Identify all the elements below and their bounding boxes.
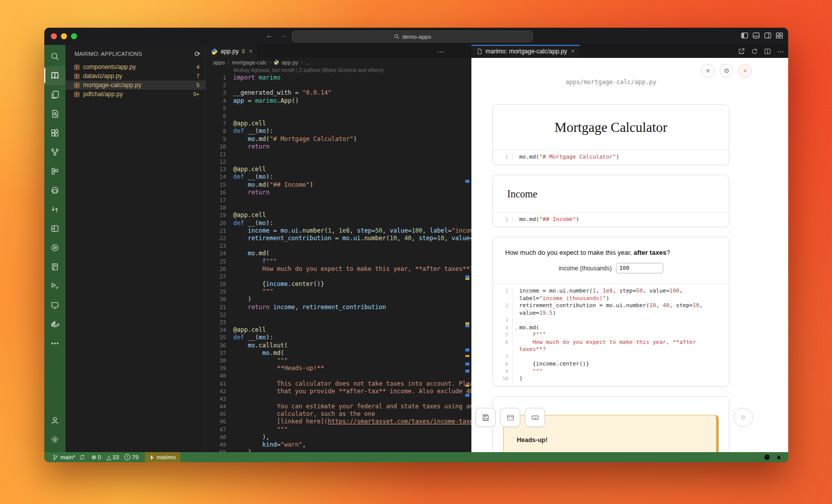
code-line[interactable]: 6 — [206, 112, 471, 120]
tab-marimo-webview[interactable]: marimo: mortgage-calc/app.py × — [471, 45, 580, 58]
problems-status[interactable]: ⊗0 △33 i79 — [88, 452, 145, 462]
code-line[interactable]: 1import marimo — [206, 74, 471, 82]
code-line[interactable]: 9 mo.md("# Mortgage Calculator") — [206, 135, 471, 143]
code-line[interactable]: 46 [linked here](https://smartasset.com/… — [206, 418, 471, 425]
gear-icon[interactable]: ⚙ — [720, 64, 733, 78]
panel-bottom-icon[interactable] — [752, 32, 760, 39]
code-line[interactable]: 14def __(mo): — [206, 173, 471, 181]
code-line[interactable]: 39 **Heads-up!** — [206, 365, 471, 372]
code-line[interactable]: 35def __(mo): — [206, 334, 471, 341]
fold-chevron-icon[interactable]: ⌄ — [513, 324, 519, 332]
code-line[interactable]: 45 calculator, such as the one — [206, 410, 471, 418]
panel-right-icon[interactable] — [764, 32, 772, 39]
keyboard-icon[interactable] — [525, 408, 545, 427]
tab-close-icon[interactable]: × — [249, 48, 252, 55]
refresh-icon[interactable]: ⟳ — [194, 50, 200, 58]
blocks-icon[interactable] — [44, 162, 65, 181]
run-icon[interactable] — [734, 408, 753, 427]
code-line[interactable]: 40 — [206, 372, 471, 380]
code-line[interactable]: 16 return — [206, 189, 471, 196]
cell-code-block[interactable]: 1mo.md("## Income") — [493, 212, 729, 227]
code-line[interactable]: 3__generated_with = "0.0.14" — [206, 89, 471, 97]
code-line[interactable]: 42 that you provide **after-tax** income… — [206, 388, 471, 395]
sidebar-file-pdfchat-app-py[interactable]: pdfchat/app.py9+ — [65, 90, 205, 99]
code-line[interactable]: 2 — [206, 82, 471, 89]
account-icon[interactable] — [44, 411, 65, 430]
reload-icon[interactable] — [751, 48, 758, 55]
more-actions-icon[interactable]: ⋯ — [437, 47, 444, 55]
code-line[interactable]: 25 f""" — [206, 258, 471, 265]
code-line[interactable]: 26 How much do you expect to make this y… — [206, 265, 471, 273]
code-line[interactable]: 50 ) — [206, 449, 471, 452]
maximize-window-button[interactable] — [71, 33, 77, 39]
panel-left-icon[interactable] — [741, 32, 748, 39]
code-line[interactable]: 48 ), — [206, 434, 471, 441]
search-icon[interactable] — [44, 47, 65, 66]
sidebar-file-mortgage-calc-app-py[interactable]: mortgage-calc/app.py5 — [65, 81, 205, 90]
code-line[interactable]: 11 — [206, 151, 471, 158]
more-actions-icon[interactable]: ⋯ — [777, 47, 784, 55]
code-line[interactable]: 8def __(mo): — [206, 127, 471, 135]
code-line[interactable]: 7@app.cell — [206, 120, 471, 127]
code-line[interactable]: 27 — [206, 273, 471, 280]
code-line[interactable]: 47 """ — [206, 426, 471, 434]
code-line[interactable]: 4app = marimo.App() — [206, 97, 471, 105]
code-line[interactable]: 38 """ — [206, 357, 471, 365]
income-input[interactable] — [616, 263, 663, 273]
layout-icon[interactable] — [44, 219, 65, 238]
code-line[interactable]: 10 return — [206, 143, 471, 151]
code-line[interactable]: 31 return income, retirement_contributio… — [206, 304, 471, 311]
code-line[interactable]: 32 — [206, 311, 471, 319]
close-icon[interactable]: × — [738, 64, 752, 78]
feedback-smiley-icon[interactable] — [764, 454, 771, 461]
code-line[interactable]: 29 """ — [206, 288, 471, 296]
code-line[interactable]: 15 mo.md("## Income") — [206, 181, 471, 189]
code-line[interactable]: 33 — [206, 319, 471, 326]
compare-icon[interactable] — [44, 200, 65, 219]
pages-icon[interactable] — [44, 85, 65, 104]
cell-code-block[interactable]: 1mo.md("# Mortgage Calculator") — [493, 150, 729, 165]
code-line[interactable]: 12 — [206, 158, 471, 166]
git-branch-status[interactable]: main* — [49, 452, 88, 462]
github-icon[interactable] — [44, 181, 65, 200]
sidebar-file-dataviz-app-py[interactable]: dataviz/app.py7 — [65, 71, 205, 81]
code-line[interactable]: 28 {income.center()} — [206, 280, 471, 288]
code-editor[interactable]: Akshay Agrawal, last month | 2 authors (… — [206, 66, 471, 452]
code-line[interactable]: 17 — [206, 196, 471, 204]
tab-app-py[interactable]: app.py 5 × — [206, 45, 258, 58]
cell-code-block[interactable]: 1income = mo.ui.number(1, 1e8, step=50, … — [493, 283, 729, 386]
bell-icon[interactable] — [776, 454, 782, 461]
extensions-icon[interactable] — [44, 123, 65, 142]
docker-icon[interactable] — [44, 315, 65, 334]
code-line[interactable]: 20def __(mo): — [206, 220, 471, 227]
code-line[interactable]: 24 mo.md( — [206, 250, 471, 257]
minimize-window-button[interactable] — [61, 33, 67, 39]
customize-layout-icon[interactable] — [776, 32, 783, 39]
breadcrumb-file[interactable]: app.py — [282, 59, 298, 65]
save-icon[interactable] — [475, 408, 496, 427]
forward-button[interactable]: → — [280, 31, 287, 39]
marimo-extension-status[interactable]: marimo — [145, 452, 180, 462]
close-window-button[interactable] — [51, 33, 57, 39]
code-line[interactable]: 37 mo.md( — [206, 349, 471, 357]
code-line[interactable]: 22 retirement_contribution = mo.ui.numbe… — [206, 235, 471, 242]
back-button[interactable]: ← — [266, 31, 273, 39]
settings-gear-icon[interactable] — [44, 430, 65, 449]
command-center-search[interactable]: demo-apps — [292, 31, 533, 42]
git-blame-annotation[interactable]: Akshay Agrawal, last month | 2 authors (… — [206, 66, 471, 74]
more-icon[interactable] — [44, 334, 65, 353]
split-editor-icon[interactable] — [764, 48, 771, 55]
doc-search-icon[interactable] — [44, 104, 65, 123]
code-line[interactable]: 19@app.cell — [206, 211, 471, 219]
menu-icon[interactable]: ≡ — [701, 64, 715, 78]
code-line[interactable]: 41 This calculator does not take taxes i… — [206, 380, 471, 388]
graph-icon[interactable] — [44, 142, 65, 162]
notebook-icon[interactable] — [44, 257, 65, 276]
breadcrumb-symbol[interactable]: … — [305, 59, 311, 65]
code-line[interactable]: 34@app.cell — [206, 326, 471, 334]
play-circle-icon[interactable] — [44, 238, 65, 257]
breadcrumb-apps[interactable]: apps — [213, 59, 225, 65]
code-line[interactable]: 18 — [206, 204, 471, 211]
code-line[interactable]: 49 kind="warn", — [206, 441, 471, 449]
code-line[interactable]: 13@app.cell — [206, 166, 471, 173]
